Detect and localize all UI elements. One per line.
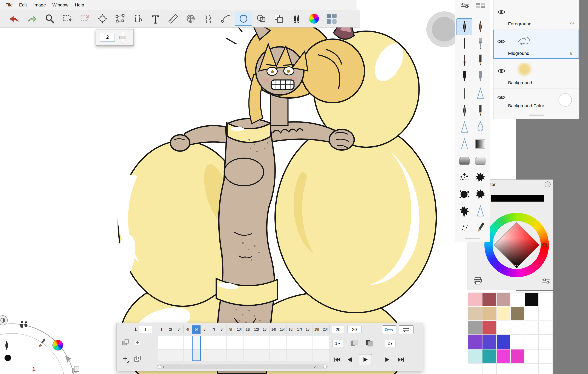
tool-rect-select[interactable] (58, 12, 76, 26)
brush-liner-2[interactable] (456, 85, 472, 102)
frame-cell[interactable] (235, 336, 244, 350)
frame-cell[interactable] (270, 336, 278, 350)
palette-swatch[interactable] (511, 321, 524, 335)
tool-dual-brush[interactable] (288, 12, 305, 26)
brush-marker[interactable] (456, 69, 472, 85)
frame-header-15f[interactable]: 15f (278, 325, 287, 334)
palette-swatch[interactable] (468, 293, 482, 306)
play-button[interactable] (359, 354, 372, 365)
sv-marker[interactable] (515, 265, 518, 268)
frame-cell[interactable] (158, 350, 166, 361)
palette-swatch[interactable] (539, 335, 553, 349)
frame-cell[interactable] (287, 350, 295, 361)
loop-button[interactable] (399, 325, 413, 334)
palette-swatch[interactable] (482, 293, 496, 306)
tool-color-wheel[interactable] (305, 12, 323, 26)
brush-technical-pen[interactable] (472, 35, 488, 52)
palette-swatch[interactable] (482, 363, 496, 374)
tool-ruler[interactable] (164, 12, 182, 26)
stroke-width-slider-handle[interactable] (119, 36, 126, 39)
onion-count-dropdown[interactable]: 2▾ (385, 340, 395, 347)
current-frame-marker[interactable] (192, 336, 201, 361)
palette-swatch[interactable] (511, 335, 524, 349)
brush-airbrush-cone-2[interactable] (456, 119, 472, 136)
palette-swatch[interactable] (468, 307, 482, 321)
tool-move[interactable] (94, 12, 111, 26)
panel-resize-handle[interactable] (529, 115, 544, 116)
columns-icon[interactable] (475, 2, 486, 10)
next-frame-button[interactable] (383, 355, 392, 364)
frame-cell[interactable] (252, 350, 261, 361)
frame-cell[interactable] (175, 350, 184, 361)
frame-header-2f[interactable]: 2f (166, 325, 175, 334)
brush-ink-pen-2[interactable] (472, 18, 488, 35)
tool-undo[interactable] (6, 12, 23, 26)
frame-cell[interactable] (244, 350, 252, 361)
sliders-icon[interactable] (460, 2, 470, 10)
frame-header-16f[interactable]: 16f (287, 325, 295, 334)
palette-swatch[interactable] (525, 293, 539, 306)
keys-input[interactable] (139, 326, 152, 333)
workers-icon[interactable] (19, 320, 29, 330)
tool-fill-bucket[interactable] (129, 12, 147, 26)
pen-icon[interactable] (3, 340, 10, 352)
palette-swatch[interactable] (525, 363, 539, 374)
frame-cell[interactable] (244, 336, 252, 350)
frame-cell[interactable] (287, 336, 295, 350)
brush-dome-light[interactable] (472, 152, 488, 169)
frame-header-17f[interactable]: 17f (295, 325, 304, 334)
layer-row-foreground[interactable]: Foreground5f (494, 0, 579, 30)
frame-header-4f[interactable]: 4f (184, 325, 192, 334)
background-color-swatch[interactable] (558, 93, 572, 107)
frame-cell[interactable] (166, 350, 175, 361)
frame-cell[interactable] (304, 350, 313, 361)
frame-header-10f[interactable]: 10f (235, 325, 244, 334)
brush-spray-fine[interactable] (456, 219, 472, 236)
frame-cell[interactable] (158, 336, 166, 350)
palette-swatch[interactable] (511, 349, 524, 363)
tool-ellipse[interactable] (235, 12, 252, 26)
frame-cell[interactable] (261, 350, 270, 361)
hue-marker[interactable] (542, 243, 547, 247)
frame-header-8f[interactable]: 8f (218, 325, 227, 334)
frame-cell[interactable] (218, 350, 227, 361)
palette-swatch[interactable] (539, 363, 553, 374)
menu-image[interactable]: Image (30, 2, 49, 8)
tool-clone[interactable] (270, 12, 288, 26)
frame-cell[interactable] (252, 336, 261, 350)
frame-cell[interactable] (218, 336, 227, 350)
frame-cell[interactable] (227, 336, 235, 350)
palette-swatch[interactable] (539, 349, 553, 363)
layers-icon[interactable] (71, 366, 80, 374)
brush-airbrush-cone[interactable] (472, 85, 488, 102)
palette-swatch[interactable] (496, 335, 510, 349)
scrollbar-left-handle[interactable] (158, 365, 161, 368)
frame-cell[interactable] (235, 350, 244, 361)
frame-cell[interactable] (295, 336, 304, 350)
paintbrush-icon[interactable] (37, 338, 47, 349)
timeline-scrollbar[interactable]: 1 20 (157, 364, 327, 369)
current-color-dot[interactable] (4, 355, 11, 361)
length-input[interactable] (347, 326, 361, 333)
tool-polygon-select[interactable] (111, 12, 129, 26)
palette-swatch[interactable] (525, 321, 539, 335)
visibility-eye-icon[interactable] (497, 68, 505, 74)
brush-spray-dots[interactable] (456, 169, 472, 186)
frame-cell[interactable] (270, 350, 278, 361)
tool-swatch-grid[interactable] (323, 12, 340, 26)
palette-swatch[interactable] (482, 349, 496, 363)
panel-resize-handle[interactable] (465, 238, 480, 239)
palette-swatch[interactable] (496, 293, 510, 306)
go-to-start-button[interactable] (332, 355, 343, 364)
brush-gray-marker[interactable] (472, 69, 488, 85)
frame-header-7f[interactable]: 7f (209, 325, 218, 334)
tool-pen-curve[interactable] (217, 12, 235, 26)
frame-header-11f[interactable]: 11f (244, 325, 252, 334)
tool-curve[interactable] (200, 12, 217, 26)
sliders-icon[interactable] (541, 278, 551, 285)
tool-redo[interactable] (23, 12, 41, 26)
tool-text[interactable] (147, 12, 164, 26)
palette-swatch[interactable] (511, 363, 524, 374)
menu-file[interactable]: File (2, 2, 16, 8)
layer-row-background-color[interactable]: Background Color (494, 89, 579, 111)
